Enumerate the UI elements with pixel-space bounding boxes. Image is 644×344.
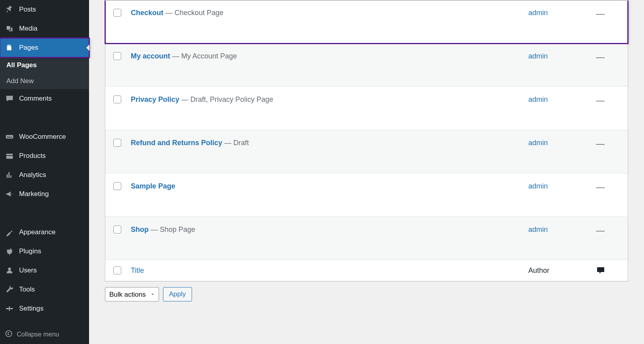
collapse-icon (5, 330, 13, 339)
sidebar-label: Posts (19, 6, 36, 14)
page-title-suffix: — Draft, Privacy Policy Page (179, 95, 273, 103)
collapse-menu-button[interactable]: Collapse menu (0, 325, 89, 344)
table-row[interactable]: Refund and Returns Policy — Draft admin … (105, 130, 628, 173)
media-icon (5, 24, 14, 33)
table-row[interactable]: Shop — Shop Page admin — (105, 217, 628, 260)
sidebar-subitem-add-new[interactable]: Add New (0, 73, 89, 89)
row-checkbox[interactable] (113, 95, 121, 103)
sidebar-item-comments[interactable]: Comments (0, 89, 89, 108)
column-title-sort[interactable]: Title (131, 266, 144, 274)
comments-dash: — (596, 95, 605, 106)
products-icon (5, 151, 14, 161)
svg-text:woo: woo (7, 136, 12, 138)
plugins-icon (5, 247, 14, 256)
sidebar-label: Plugins (19, 247, 41, 255)
row-checkbox[interactable] (113, 225, 121, 233)
sidebar-separator (0, 108, 89, 127)
row-checkbox[interactable] (113, 9, 121, 17)
author-link[interactable]: admin (528, 225, 548, 233)
select-all-checkbox[interactable] (113, 266, 121, 274)
table-row[interactable]: Sample Page admin — (105, 173, 628, 217)
author-link[interactable]: admin (528, 95, 548, 103)
sidebar-label: Settings (19, 305, 43, 313)
pin-icon (5, 5, 14, 14)
column-author-label: Author (528, 266, 549, 274)
table-row[interactable]: My account — My Account Page admin — (105, 43, 628, 87)
sidebar-item-settings[interactable]: Settings (0, 299, 89, 318)
pages-table: Checkout — Checkout Page admin — My acco… (105, 0, 628, 282)
page-title-link[interactable]: Shop (131, 225, 149, 233)
bulk-actions-select[interactable]: Bulk actions (105, 287, 159, 301)
svg-point-3 (8, 268, 11, 270)
sidebar-item-posts[interactable]: Posts (0, 0, 89, 19)
table-footer: Title Author (105, 260, 628, 281)
marketing-icon (5, 189, 14, 199)
bulk-actions-bar: Bulk actions Apply (105, 287, 628, 301)
collapse-label: Collapse menu (17, 331, 59, 338)
sidebar-label: Analytics (19, 171, 46, 179)
author-link[interactable]: admin (528, 182, 548, 190)
woocommerce-icon: woo (5, 132, 14, 142)
sidebar-label: WooCommerce (19, 133, 66, 141)
sidebar-label: Marketing (19, 190, 49, 198)
sidebar-item-marketing[interactable]: Marketing (0, 185, 89, 204)
author-link[interactable]: admin (528, 9, 548, 17)
table-row[interactable]: Privacy Policy — Draft, Privacy Policy P… (105, 87, 628, 130)
sidebar-item-plugins[interactable]: Plugins (0, 242, 89, 261)
apply-button[interactable]: Apply (163, 287, 192, 301)
page-title-link[interactable]: Sample Page (131, 182, 175, 190)
sidebar-label: Pages (19, 44, 38, 52)
page-title-link[interactable]: Checkout (131, 9, 163, 17)
sidebar-label: Users (19, 266, 37, 274)
sidebar-item-woocommerce[interactable]: woo WooCommerce (0, 127, 89, 146)
svg-point-0 (7, 27, 8, 27)
sidebar-item-analytics[interactable]: Analytics (0, 165, 89, 185)
sidebar-label: Products (19, 152, 46, 160)
settings-icon (5, 304, 14, 313)
tools-icon (5, 285, 14, 294)
sidebar-label: Tools (19, 286, 35, 293)
comments-dash: — (596, 139, 605, 149)
page-title-link[interactable]: My account (131, 52, 170, 60)
sidebar-label: Appearance (19, 228, 56, 236)
sidebar-item-appearance[interactable]: Appearance (0, 223, 89, 242)
main-content: Checkout — Checkout Page admin — My acco… (89, 0, 644, 344)
page-title-suffix: — Shop Page (149, 225, 195, 233)
author-link[interactable]: admin (528, 139, 548, 147)
page-title-suffix: — Draft (222, 139, 249, 147)
author-link[interactable]: admin (528, 52, 548, 60)
sidebar-subitem-all-pages[interactable]: All Pages (0, 57, 89, 73)
sidebar-label: Media (19, 25, 37, 33)
comments-dash: — (596, 225, 605, 236)
sidebar-menu: Posts Media Pages All Pages Add New Comm… (0, 0, 89, 318)
table-row[interactable]: Checkout — Checkout Page admin — (105, 0, 628, 43)
page-title-suffix: — My Account Page (170, 52, 237, 60)
row-checkbox[interactable] (113, 52, 121, 60)
users-icon (5, 266, 14, 275)
sidebar-item-products[interactable]: Products (0, 146, 89, 165)
row-checkbox[interactable] (113, 139, 121, 147)
comments-dash: — (596, 9, 605, 19)
sidebar-item-pages[interactable]: Pages (0, 38, 89, 57)
row-checkbox[interactable] (113, 182, 121, 190)
sidebar-item-media[interactable]: Media (0, 19, 89, 38)
page-title-link[interactable]: Privacy Policy (131, 95, 179, 103)
comments-dash: — (596, 52, 605, 62)
analytics-icon (5, 170, 14, 180)
sidebar-label: Comments (19, 95, 52, 103)
comments-icon (5, 94, 14, 103)
sidebar-item-tools[interactable]: Tools (0, 280, 89, 299)
sidebar-submenu-pages: All Pages Add New (0, 57, 89, 89)
page-title-suffix: — Checkout Page (163, 9, 223, 17)
page-title-link[interactable]: Refund and Returns Policy (131, 139, 222, 147)
comments-dash: — (596, 182, 605, 192)
column-comments-icon[interactable] (596, 266, 620, 275)
sidebar-separator (0, 204, 89, 223)
sidebar-item-users[interactable]: Users (0, 261, 89, 280)
appearance-icon (5, 227, 14, 237)
pages-icon (5, 43, 14, 52)
svg-point-4 (6, 331, 12, 337)
admin-sidebar: Posts Media Pages All Pages Add New Comm… (0, 0, 89, 344)
